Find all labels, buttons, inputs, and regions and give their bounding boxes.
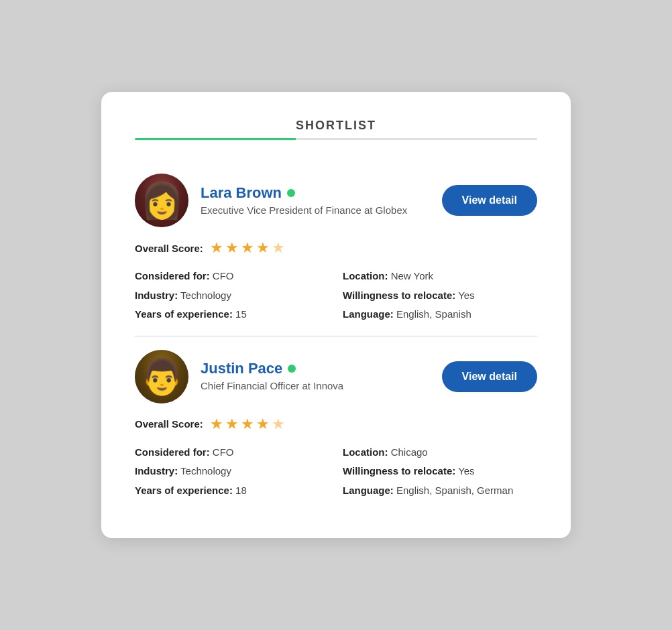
- score-row: Overall Score: ★★★★★: [135, 416, 537, 433]
- candidate-job-title: Executive Vice President of Finance at G…: [201, 203, 407, 217]
- language-value: English, Spanish, German: [396, 485, 513, 496]
- relocate: Willingness to relocate: Yes: [343, 288, 537, 304]
- considered-for-label: Considered for:: [135, 446, 210, 458]
- industry-value: Technology: [180, 290, 231, 301]
- language-label: Language:: [343, 485, 394, 496]
- candidate-left: Lara Brown Executive Vice President of F…: [135, 174, 407, 227]
- score-label: Overall Score:: [135, 243, 203, 254]
- location-value: New York: [391, 270, 433, 281]
- stars-container: ★★★★★: [210, 239, 285, 257]
- years-experience: Years of experience: 15: [135, 307, 329, 322]
- star-half: ★: [272, 416, 285, 433]
- considered-for-value: CFO: [213, 270, 234, 281]
- industry: Industry: Technology: [135, 464, 329, 479]
- star-half: ★: [272, 239, 285, 257]
- view-detail-button[interactable]: View detail: [442, 185, 537, 216]
- considered-for-value: CFO: [213, 446, 234, 458]
- stars-container: ★★★★★: [210, 416, 285, 433]
- star-full: ★: [210, 416, 223, 433]
- candidate-job-title: Chief Financial Officer at Innova: [201, 379, 343, 393]
- candidate-header: Justin Pace Chief Financial Officer at I…: [135, 350, 537, 403]
- avatar-image: [135, 174, 188, 227]
- candidate-left: Justin Pace Chief Financial Officer at I…: [135, 350, 343, 403]
- years-value: 15: [235, 308, 247, 320]
- details-grid: Considered for: CFO Location: Chicago In…: [135, 445, 537, 499]
- star-full: ★: [256, 239, 270, 257]
- star-full: ★: [241, 416, 254, 433]
- candidate-name: Justin Pace: [201, 360, 282, 377]
- star-full: ★: [256, 416, 270, 433]
- considered-for-label: Considered for:: [135, 270, 210, 281]
- language: Language: English, Spanish, German: [343, 483, 537, 499]
- score-row: Overall Score: ★★★★★: [135, 239, 537, 257]
- shortlist-card: SHORTLIST Lara Brown Executive Vice Pres…: [101, 92, 571, 538]
- star-full: ★: [210, 239, 223, 257]
- considered-for: Considered for: CFO: [135, 445, 329, 460]
- view-detail-button[interactable]: View detail: [442, 361, 537, 392]
- language-label: Language:: [343, 308, 394, 320]
- candidate-info: Lara Brown Executive Vice President of F…: [201, 184, 407, 217]
- page-title: SHORTLIST: [135, 119, 537, 133]
- years-label: Years of experience:: [135, 485, 233, 496]
- star-full: ★: [241, 239, 254, 257]
- years-value: 18: [235, 485, 247, 496]
- candidates-list: Lara Brown Executive Vice President of F…: [135, 160, 537, 511]
- language: Language: English, Spanish: [343, 307, 537, 322]
- relocate-label: Willingness to relocate:: [343, 290, 455, 301]
- location-value: Chicago: [391, 446, 428, 458]
- details-grid: Considered for: CFO Location: New York I…: [135, 269, 537, 322]
- status-indicator: [288, 365, 296, 373]
- industry: Industry: Technology: [135, 288, 329, 304]
- years-label: Years of experience:: [135, 308, 233, 320]
- candidate-name-row: Lara Brown: [201, 184, 407, 202]
- industry-value: Technology: [180, 465, 231, 477]
- relocate: Willingness to relocate: Yes: [343, 464, 537, 479]
- relocate-value: Yes: [458, 290, 474, 301]
- star-full: ★: [225, 239, 239, 257]
- industry-label: Industry:: [135, 290, 178, 301]
- avatar-image: [135, 350, 188, 403]
- candidate-header: Lara Brown Executive Vice President of F…: [135, 174, 537, 227]
- relocate-label: Willingness to relocate:: [343, 465, 455, 477]
- relocate-value: Yes: [458, 465, 474, 477]
- avatar: [135, 174, 188, 227]
- language-value: English, Spanish: [396, 308, 471, 320]
- star-full: ★: [225, 416, 239, 433]
- location-label: Location:: [343, 446, 388, 458]
- candidate-name: Lara Brown: [201, 184, 282, 202]
- candidate-name-row: Justin Pace: [201, 360, 343, 377]
- considered-for: Considered for: CFO: [135, 269, 329, 284]
- score-label: Overall Score:: [135, 418, 203, 430]
- candidate-card-lara-brown: Lara Brown Executive Vice President of F…: [135, 160, 537, 336]
- title-underline: [135, 138, 537, 140]
- location: Location: New York: [343, 269, 537, 284]
- candidate-info: Justin Pace Chief Financial Officer at I…: [201, 360, 343, 393]
- location-label: Location:: [343, 270, 388, 281]
- location: Location: Chicago: [343, 445, 537, 460]
- industry-label: Industry:: [135, 465, 178, 477]
- candidate-card-justin-pace: Justin Pace Chief Financial Officer at I…: [135, 336, 537, 512]
- years-experience: Years of experience: 18: [135, 483, 329, 499]
- status-indicator: [287, 189, 295, 197]
- avatar: [135, 350, 188, 403]
